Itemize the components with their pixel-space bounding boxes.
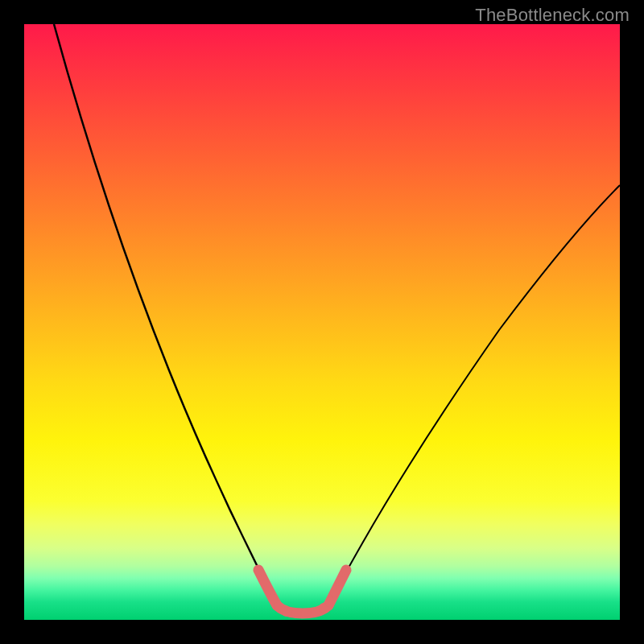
svg-point-4	[274, 602, 283, 612]
svg-point-12	[336, 576, 345, 586]
svg-point-0	[254, 565, 263, 575]
left-curve	[54, 24, 277, 605]
svg-point-2	[263, 584, 273, 594]
watermark-text: TheBottleneck.com	[475, 5, 630, 26]
chart-frame: TheBottleneck.com	[0, 0, 644, 644]
svg-point-10	[325, 597, 335, 607]
svg-point-11	[330, 588, 340, 597]
chart-svg	[24, 24, 620, 620]
right-curve	[328, 185, 620, 605]
svg-point-13	[341, 565, 351, 575]
chart-plot-area	[24, 24, 620, 620]
valley-dots	[254, 565, 351, 618]
svg-point-7	[301, 609, 311, 618]
svg-point-1	[258, 575, 268, 584]
svg-point-5	[282, 607, 291, 617]
svg-point-6	[291, 609, 301, 618]
svg-point-3	[268, 594, 278, 604]
